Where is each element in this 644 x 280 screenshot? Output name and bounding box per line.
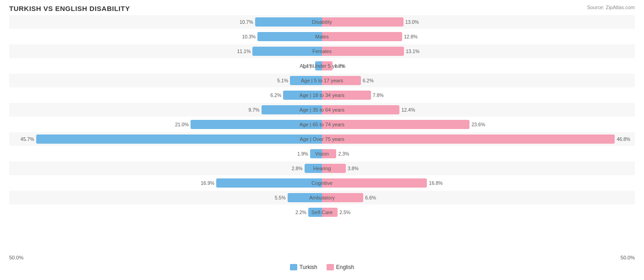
bar-label: Age | 5 to 17 years: [301, 78, 343, 83]
table-row: Cognitive16.9%16.8%: [9, 176, 635, 190]
bar-left: [252, 47, 322, 56]
bar-label: Males: [315, 34, 328, 39]
bar-label: Age | Over 75 years: [300, 136, 344, 142]
table-row: Hearing2.8%3.8%: [9, 162, 635, 175]
chart-title: TURKISH VS ENGLISH DISABILITY: [9, 5, 635, 12]
legend-english-color: [327, 264, 334, 270]
value-right: 3.8%: [348, 166, 359, 171]
axis-row: 50.0% 50.0%: [9, 253, 635, 262]
bar-label: Age | 18 to 34 years: [300, 92, 344, 98]
value-right: 12.4%: [401, 107, 415, 113]
bar-label: Vision: [315, 151, 329, 156]
value-left: 10.3%: [242, 34, 256, 39]
table-row: Age | 65 to 74 years21.0%23.6%: [9, 118, 635, 131]
bar-right: [322, 178, 427, 188]
table-row: Males10.3%12.8%: [9, 30, 635, 43]
table-row: Ambulatory5.5%6.6%: [9, 191, 635, 205]
bar-right: [322, 32, 402, 41]
bar-right: [322, 135, 615, 144]
value-right: 16.8%: [429, 180, 443, 186]
value-left: 10.7%: [240, 19, 253, 25]
bar-left: [257, 32, 322, 41]
axis-left: 50.0%: [9, 255, 23, 260]
value-right: 13.0%: [405, 19, 419, 25]
bar-label: Cognitive: [311, 180, 333, 186]
value-right: 7.8%: [373, 92, 384, 98]
value-left: 16.9%: [201, 180, 214, 186]
table-row: Disability10.7%13.0%: [9, 15, 635, 29]
value-left: 9.7%: [248, 107, 259, 113]
legend-english: English: [327, 264, 354, 270]
table-row: Age | 5 to 17 years5.1%6.2%: [9, 74, 635, 87]
value-left: 1.1%: [302, 63, 313, 69]
value-right: 6.6%: [365, 195, 376, 200]
table-row: Self-Care2.2%2.5%: [9, 205, 635, 219]
value-left: 6.2%: [270, 92, 281, 98]
chart-area: Disability10.7%13.0%Males10.3%12.8%Femal…: [9, 15, 635, 253]
source-label: Source: ZipAtlas.com: [587, 5, 635, 10]
value-left: 11.1%: [237, 48, 251, 54]
table-row: Age | 35 to 64 years9.7%12.4%: [9, 103, 635, 117]
bar-left: [216, 178, 322, 188]
bar-label: Age | 35 to 64 years: [300, 107, 344, 113]
value-right: 2.3%: [338, 151, 349, 156]
chart-container: TURKISH VS ENGLISH DISABILITY Source: Zi…: [0, 0, 644, 280]
bar-label: Hearing: [313, 166, 331, 171]
value-right: 2.5%: [339, 210, 350, 215]
bar-label: Disability: [312, 19, 332, 25]
legend-turkish-color: [290, 264, 297, 270]
legend-turkish: Turkish: [290, 264, 317, 270]
value-left: 21.0%: [175, 122, 189, 127]
value-left: 45.7%: [21, 136, 34, 142]
bar-label: Ambulatory: [309, 195, 335, 200]
bar-right: [322, 47, 404, 56]
axis-right: 50.0%: [621, 255, 635, 260]
bar-label: Self-Care: [311, 210, 333, 215]
bar-label: Females: [312, 48, 332, 54]
table-row: Vision1.9%2.3%: [9, 147, 635, 161]
legend-turkish-label: Turkish: [300, 264, 317, 270]
value-left: 5.5%: [275, 195, 286, 200]
value-left: 5.1%: [277, 78, 288, 83]
legend: Turkish English: [9, 264, 635, 270]
table-row: Age | Over 75 years45.7%46.8%: [9, 132, 635, 146]
value-right: 46.8%: [617, 136, 630, 142]
bar-left: [36, 135, 322, 144]
legend-english-label: English: [336, 264, 354, 270]
value-left: 1.9%: [297, 151, 308, 156]
bar-right: [322, 17, 404, 27]
value-right: 1.7%: [334, 63, 345, 69]
table-row: Age | 18 to 34 years6.2%7.8%: [9, 88, 635, 102]
value-left: 2.8%: [292, 166, 303, 171]
value-right: 23.6%: [471, 122, 485, 127]
value-left: 2.2%: [295, 210, 306, 215]
table-row: Females11.1%13.1%: [9, 44, 635, 58]
bar-label: Age | 65 to 74 years: [300, 122, 344, 127]
table-row: Age | Under 5 years1.1%1.7%: [9, 59, 635, 73]
value-right: 12.8%: [404, 34, 418, 39]
value-right: 6.2%: [363, 78, 374, 83]
value-right: 13.1%: [406, 48, 420, 54]
